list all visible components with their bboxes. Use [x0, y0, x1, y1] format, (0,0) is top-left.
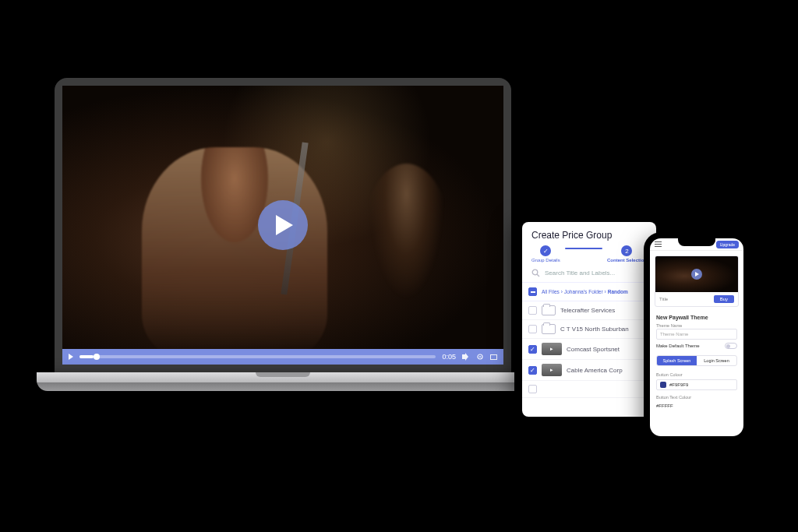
laptop-base	[37, 372, 530, 391]
button-colour-label: Button Colour	[650, 369, 743, 378]
phone-screen: Upgrade Title Buy New Paywall Theme Them…	[650, 238, 743, 436]
theme-name-label: Theme Name	[650, 320, 743, 329]
page-title: Create Price Group	[522, 222, 656, 245]
upgrade-button[interactable]: Upgrade	[716, 241, 739, 248]
wizard-stepper: ✓ Group Details 2 Content Selection	[522, 245, 656, 264]
list-item[interactable]: C T V15 North Suburban	[522, 320, 656, 339]
preview-cta-button[interactable]: Buy	[714, 295, 734, 303]
list-item[interactable]: ✓ ▸ Comcast Sportsnet	[522, 339, 656, 360]
chevron-right-icon: ›	[605, 289, 606, 294]
phone-device: Upgrade Title Buy New Paywall Theme Them…	[644, 232, 750, 442]
colour-swatch-icon	[660, 382, 666, 388]
row-label: Comcast Sportsnet	[567, 346, 620, 353]
row-label: Telecrafter Services	[560, 307, 615, 314]
video-controls: 0:05	[62, 349, 503, 365]
chevron-right-icon: ›	[561, 289, 563, 294]
video-thumb-icon: ▸	[542, 343, 562, 355]
svg-point-2	[479, 356, 481, 358]
fullscreen-icon[interactable]	[490, 354, 497, 360]
list-item[interactable]: Telecrafter Services	[522, 301, 656, 320]
search-placeholder: Search Title and Labels...	[545, 270, 615, 277]
laptop-lid: 0:05	[55, 78, 511, 372]
breadcrumb-item[interactable]: All Files	[542, 289, 560, 294]
controls-play-icon[interactable]	[69, 354, 73, 360]
laptop-device: 0:05	[55, 78, 511, 391]
play-icon	[276, 215, 293, 235]
button-text-colour-picker[interactable]: #FFFFF	[656, 402, 737, 410]
folder-icon	[542, 305, 556, 315]
volume-icon[interactable]	[462, 353, 470, 361]
breadcrumb-item[interactable]: Random	[608, 289, 628, 294]
search-icon	[531, 269, 540, 277]
preview-video	[655, 256, 738, 292]
folder-icon	[542, 324, 556, 334]
step-done-icon: ✓	[540, 245, 551, 256]
tablet-screen: Create Price Group ✓ Group Details 2 Con…	[522, 222, 656, 417]
theme-name-input[interactable]: Theme Name	[656, 329, 737, 340]
svg-line-4	[537, 274, 539, 277]
svg-marker-0	[276, 215, 293, 235]
step-content-selection[interactable]: 2 Content Selection	[607, 245, 647, 262]
make-default-label: Make Default Theme	[656, 344, 700, 348]
step-label: Content Selection	[607, 258, 647, 262]
button-colour-picker[interactable]: #F9F9F9	[656, 379, 737, 390]
seek-bar[interactable]	[79, 355, 436, 358]
breadcrumb: All Files › Johanna's Folder › Random	[522, 282, 656, 301]
video-thumb-icon: ▸	[542, 364, 562, 376]
list-item[interactable]: ✓ ▸ Cable America Corp	[522, 360, 656, 381]
row-label: C T V15 North Suburban	[560, 326, 629, 333]
step-label: Group Details	[531, 258, 560, 262]
settings-icon[interactable]	[476, 353, 484, 361]
step-connector	[565, 248, 602, 249]
select-all-checkbox[interactable]	[528, 287, 537, 296]
preview-title-hint: Title	[659, 297, 668, 301]
screen-tabs: Splash Screen Login Screen	[656, 355, 737, 366]
content-list: Telecrafter Services C T V15 North Subur…	[522, 301, 656, 417]
checkbox[interactable]	[528, 325, 537, 333]
menu-icon[interactable]	[655, 241, 662, 247]
step-group-details[interactable]: ✓ Group Details	[531, 245, 560, 262]
video-player: 0:05	[62, 86, 503, 365]
tablet-device: Create Price Group ✓ Group Details 2 Con…	[514, 214, 664, 425]
checkbox[interactable]	[528, 306, 537, 315]
time-display: 0:05	[442, 353, 456, 361]
colour-value: #F9F9F9	[669, 382, 688, 387]
tab-splash-screen[interactable]: Splash Screen	[657, 356, 697, 365]
svg-point-3	[532, 270, 538, 275]
checkbox[interactable]	[528, 385, 537, 393]
breadcrumb-item[interactable]: Johanna's Folder	[564, 289, 603, 294]
step-current-icon: 2	[621, 245, 632, 256]
checkbox[interactable]: ✓	[528, 366, 537, 375]
phone-notch	[678, 238, 715, 246]
make-default-toggle[interactable]	[725, 343, 737, 349]
search-row[interactable]: Search Title and Labels...	[522, 264, 656, 282]
seek-knob[interactable]	[94, 354, 100, 360]
row-label: Cable America Corp	[567, 367, 623, 374]
svg-marker-5	[695, 272, 699, 277]
paywall-preview: Title Buy	[655, 255, 739, 307]
play-button[interactable]	[258, 200, 308, 250]
checkbox[interactable]: ✓	[528, 345, 537, 354]
trackpad-notch	[256, 372, 310, 377]
play-icon[interactable]	[691, 269, 702, 280]
guitarist-figure	[362, 164, 450, 317]
section-title: New Paywall Theme	[650, 312, 743, 320]
list-item[interactable]	[522, 381, 656, 398]
button-text-colour-label: Button Text Colour	[650, 392, 743, 400]
colour-value: #FFFFF	[656, 403, 673, 408]
tab-login-screen[interactable]: Login Screen	[697, 356, 736, 365]
